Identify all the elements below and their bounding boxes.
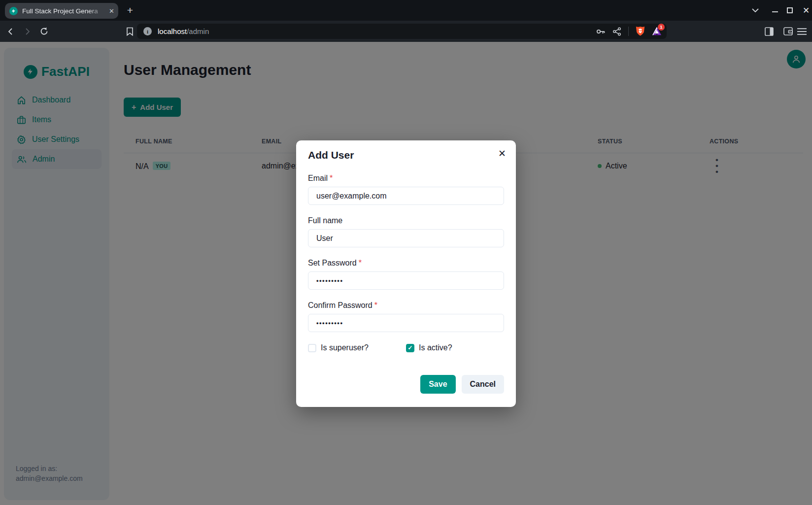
set-password-input[interactable] <box>308 271 504 290</box>
email-field-group: Email* <box>308 174 504 205</box>
reload-button[interactable] <box>38 21 50 42</box>
modal-close-icon[interactable]: ✕ <box>495 146 509 160</box>
confirm-password-field-group: Confirm Password* <box>308 301 504 332</box>
full-name-label: Full name <box>308 216 504 225</box>
email-label: Email* <box>308 174 504 183</box>
brave-shield-icon[interactable] <box>636 26 645 36</box>
is-superuser-label: Is superuser? <box>321 343 369 352</box>
required-asterisk: * <box>374 301 377 309</box>
menu-hamburger-icon[interactable] <box>795 21 809 42</box>
required-asterisk: * <box>330 174 333 182</box>
forward-button[interactable] <box>21 21 33 42</box>
tab-close-icon[interactable]: ✕ <box>109 7 114 15</box>
back-button[interactable] <box>5 21 17 42</box>
save-button[interactable]: Save <box>420 375 455 394</box>
confirm-password-input[interactable] <box>308 314 504 332</box>
wallet-icon[interactable] <box>781 21 794 42</box>
window-minimize-button[interactable] <box>770 5 780 16</box>
tab-search-chevron-icon[interactable] <box>749 5 761 16</box>
share-icon[interactable] <box>612 27 621 36</box>
browser-toolbar: i localhost/admin <box>0 21 812 42</box>
is-active-checkbox[interactable]: ✓ <box>406 344 414 352</box>
site-info-icon[interactable]: i <box>143 27 152 35</box>
fastapi-favicon-icon <box>9 7 18 15</box>
checkbox-row: ✓ Is superuser? ✓ Is active? <box>308 343 504 352</box>
window-maximize-button[interactable] <box>784 5 795 16</box>
full-name-input[interactable] <box>308 229 504 247</box>
url-bar[interactable]: i localhost/admin <box>137 24 667 39</box>
toolbar-divider <box>628 27 629 36</box>
browser-titlebar: Full Stack Project Genera ✕ + ✕ <box>0 0 812 21</box>
browser-tab[interactable]: Full Stack Project Genera ✕ <box>5 3 118 19</box>
rewards-notification-badge: 1 <box>658 24 665 31</box>
set-password-field-group: Set Password* <box>308 259 504 290</box>
brave-rewards-icon[interactable]: 1 <box>652 27 662 36</box>
is-active-label: Is active? <box>419 343 452 352</box>
side-panel-icon[interactable] <box>763 21 776 42</box>
password-key-icon[interactable] <box>596 27 606 36</box>
new-tab-button[interactable]: + <box>124 4 136 16</box>
modal-footer: Save Cancel <box>308 375 504 394</box>
window-close-button[interactable]: ✕ <box>800 5 812 16</box>
url-text: localhost/admin <box>158 27 209 35</box>
is-superuser-checkbox[interactable]: ✓ <box>308 344 316 352</box>
modal-title: Add User <box>308 149 504 161</box>
bookmark-icon[interactable] <box>124 21 135 42</box>
required-asterisk: * <box>359 259 362 267</box>
confirm-password-label: Confirm Password* <box>308 301 504 310</box>
email-input[interactable] <box>308 187 504 205</box>
set-password-label: Set Password* <box>308 259 504 268</box>
tab-title: Full Stack Project Genera <box>22 7 107 15</box>
full-name-field-group: Full name <box>308 216 504 247</box>
add-user-modal: ✕ Add User Email* Full name Set Password… <box>296 140 516 407</box>
cancel-button[interactable]: Cancel <box>462 375 504 394</box>
